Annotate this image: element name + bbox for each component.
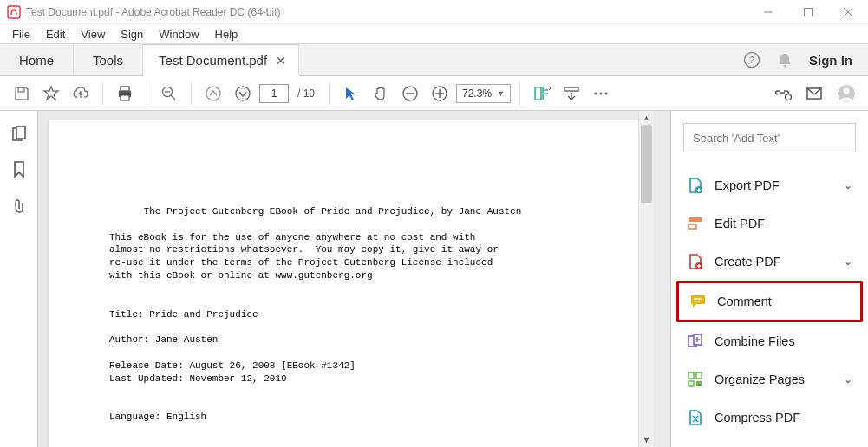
svg-rect-9 bbox=[121, 87, 129, 91]
export-pdf-icon bbox=[687, 177, 704, 194]
document-viewport[interactable]: The Project Gutenberg EBook of Pride and… bbox=[38, 111, 670, 447]
tab-strip: Home Tools Test Document.pdf ✕ ? Sign In bbox=[0, 43, 868, 76]
comment-icon bbox=[689, 293, 707, 310]
scroll-down-icon[interactable]: ▼ bbox=[639, 433, 654, 447]
menu-edit[interactable]: Edit bbox=[39, 26, 72, 42]
thumbnails-icon[interactable] bbox=[11, 126, 27, 142]
svg-point-30 bbox=[844, 87, 850, 94]
page-number-input[interactable] bbox=[259, 84, 289, 103]
svg-rect-41 bbox=[689, 372, 694, 379]
svg-rect-8 bbox=[18, 87, 24, 92]
tool-export-pdf[interactable]: Export PDF ⌄ bbox=[683, 166, 856, 204]
cloud-upload-icon[interactable] bbox=[68, 81, 94, 107]
chevron-down-icon: ⌄ bbox=[844, 373, 852, 385]
save-icon[interactable] bbox=[9, 81, 35, 107]
print-icon[interactable] bbox=[112, 81, 138, 107]
edit-pdf-icon bbox=[687, 215, 704, 232]
zoom-out-icon[interactable] bbox=[397, 81, 423, 107]
menu-bar: File Edit View Sign Window Help bbox=[0, 24, 868, 43]
tool-create-pdf[interactable]: Create PDF ⌄ bbox=[683, 243, 856, 281]
svg-rect-35 bbox=[689, 224, 696, 229]
svg-rect-11 bbox=[121, 95, 129, 100]
svg-text:?: ? bbox=[749, 55, 754, 65]
left-nav-rail bbox=[0, 111, 38, 447]
main-area: The Project Gutenberg EBook of Pride and… bbox=[0, 111, 868, 447]
maximize-button[interactable] bbox=[788, 0, 828, 24]
menu-file[interactable]: File bbox=[5, 26, 37, 42]
scroll-thumb[interactable] bbox=[641, 125, 652, 203]
more-tools-icon[interactable] bbox=[588, 81, 614, 107]
fit-width-icon[interactable] bbox=[529, 81, 555, 107]
bookmark-icon[interactable] bbox=[12, 161, 26, 178]
right-tools-panel: Export PDF ⌄ Edit PDF Create PDF ⌄ Comme… bbox=[670, 111, 868, 447]
tab-home[interactable]: Home bbox=[0, 44, 74, 75]
svg-point-15 bbox=[206, 87, 220, 100]
read-mode-icon[interactable] bbox=[558, 81, 584, 107]
svg-point-16 bbox=[236, 87, 250, 100]
share-link-icon[interactable] bbox=[773, 85, 792, 102]
vertical-scrollbar[interactable]: ▲ ▼ bbox=[638, 111, 654, 447]
tool-organize-pages[interactable]: Organize Pages ⌄ bbox=[683, 360, 856, 398]
page-up-icon[interactable] bbox=[200, 81, 226, 107]
combine-files-icon bbox=[687, 333, 704, 350]
window-title: Test Document.pdf - Adobe Acrobat Reader… bbox=[26, 6, 280, 18]
tool-combine-files[interactable]: Combine Files bbox=[683, 322, 856, 360]
svg-rect-22 bbox=[535, 87, 541, 100]
svg-rect-44 bbox=[696, 381, 702, 386]
hand-tool-icon[interactable] bbox=[368, 81, 394, 107]
chevron-down-icon: ⌄ bbox=[844, 179, 852, 191]
compress-pdf-icon bbox=[687, 409, 704, 426]
highlighted-tool: Comment bbox=[676, 281, 863, 322]
document-page: The Project Gutenberg EBook of Pride and… bbox=[49, 120, 638, 447]
tab-tools[interactable]: Tools bbox=[74, 44, 143, 75]
notification-bell-icon[interactable] bbox=[776, 51, 793, 68]
toolbar: / 10 72.3% ▼ bbox=[0, 76, 868, 111]
svg-rect-42 bbox=[696, 372, 702, 379]
svg-point-27 bbox=[786, 94, 792, 100]
scroll-up-icon[interactable]: ▲ bbox=[639, 111, 654, 125]
profile-icon[interactable] bbox=[837, 84, 856, 103]
window-controls bbox=[748, 0, 868, 24]
organize-pages-icon bbox=[687, 371, 704, 388]
chevron-down-icon: ▼ bbox=[497, 89, 505, 98]
page-total-label: / 10 bbox=[297, 87, 315, 100]
svg-point-25 bbox=[599, 92, 602, 94]
document-text: The Project Gutenberg EBook of Pride and… bbox=[109, 206, 521, 447]
chevron-down-icon: ⌄ bbox=[844, 256, 852, 268]
menu-view[interactable]: View bbox=[74, 26, 112, 42]
menu-window[interactable]: Window bbox=[152, 26, 206, 42]
star-icon[interactable] bbox=[38, 81, 64, 107]
pointer-tool-icon[interactable] bbox=[338, 81, 364, 107]
svg-rect-23 bbox=[565, 87, 578, 91]
close-button[interactable] bbox=[828, 0, 868, 24]
tools-search-input[interactable] bbox=[683, 123, 856, 152]
acrobat-icon bbox=[7, 5, 21, 19]
help-icon[interactable]: ? bbox=[743, 51, 760, 68]
svg-point-26 bbox=[604, 92, 607, 94]
svg-point-7 bbox=[784, 65, 786, 68]
sign-in-link[interactable]: Sign In bbox=[809, 53, 852, 68]
tool-comment[interactable]: Comment bbox=[686, 283, 853, 320]
tab-document-label: Test Document.pdf bbox=[159, 53, 267, 68]
svg-rect-32 bbox=[16, 126, 25, 139]
create-pdf-icon bbox=[687, 253, 704, 270]
attachment-icon[interactable] bbox=[11, 198, 27, 215]
tool-compress-pdf[interactable]: Compress PDF bbox=[683, 398, 856, 437]
tab-document[interactable]: Test Document.pdf ✕ bbox=[143, 44, 299, 76]
email-icon[interactable] bbox=[806, 85, 823, 102]
tool-edit-pdf[interactable]: Edit PDF bbox=[683, 204, 856, 243]
zoom-in-icon[interactable] bbox=[427, 81, 453, 107]
page-down-icon[interactable] bbox=[230, 81, 256, 107]
zoom-value: 72.3% bbox=[462, 87, 492, 100]
svg-line-13 bbox=[171, 95, 175, 100]
title-bar: Test Document.pdf - Adobe Acrobat Reader… bbox=[0, 0, 868, 24]
minimize-button[interactable] bbox=[748, 0, 788, 24]
tab-close-icon[interactable]: ✕ bbox=[276, 54, 286, 68]
svg-point-24 bbox=[594, 92, 597, 94]
svg-rect-43 bbox=[689, 381, 694, 386]
menu-help[interactable]: Help bbox=[208, 26, 245, 42]
zoom-out-find-icon[interactable] bbox=[156, 81, 182, 107]
svg-rect-0 bbox=[8, 6, 20, 18]
menu-sign[interactable]: Sign bbox=[114, 26, 150, 42]
zoom-dropdown[interactable]: 72.3% ▼ bbox=[456, 84, 511, 103]
